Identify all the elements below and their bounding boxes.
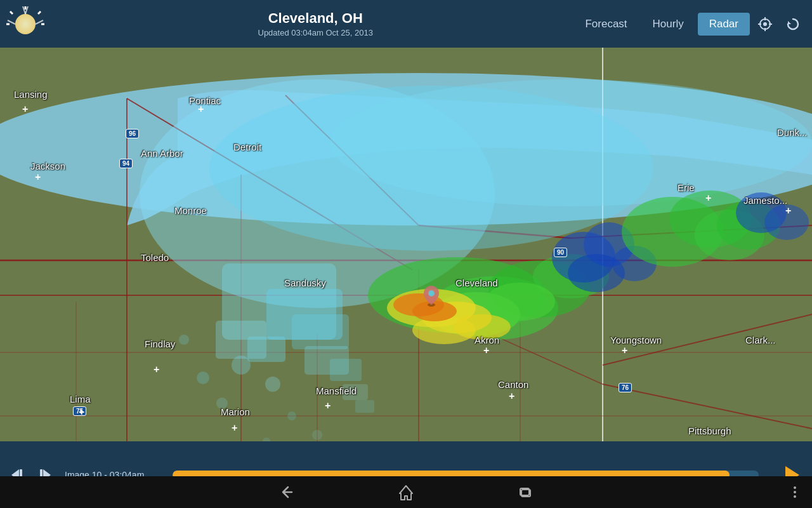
refresh-button[interactable] — [780, 11, 806, 37]
svg-line-36 — [603, 314, 812, 365]
interstate-90: 90 — [554, 248, 567, 257]
cross-marion: + — [232, 422, 237, 434]
svg-point-54 — [287, 411, 296, 420]
android-navigation-bar — [0, 476, 812, 508]
svg-line-29 — [603, 384, 812, 429]
last-updated: Updated 03:04am Oct 25, 2013 — [57, 28, 573, 37]
cross-canton: + — [509, 391, 514, 402]
svg-point-5 — [15, 14, 36, 34]
svg-line-3 — [10, 11, 13, 14]
svg-point-11 — [763, 22, 767, 26]
svg-point-50 — [197, 371, 209, 384]
cross-lima: + — [79, 406, 84, 418]
weather-logo-icon — [6, 6, 44, 41]
svg-rect-47 — [343, 384, 368, 400]
svg-rect-44 — [292, 314, 349, 349]
svg-point-90 — [794, 491, 796, 493]
cross-mansfield: + — [325, 400, 331, 411]
refresh-icon — [786, 17, 800, 31]
svg-point-66 — [454, 314, 511, 340]
cross-jackson: + — [35, 171, 41, 183]
cross-erie: + — [705, 192, 711, 204]
more-options-button[interactable] — [788, 485, 802, 499]
svg-point-51 — [265, 377, 280, 392]
svg-line-1 — [38, 11, 41, 14]
city-name: Cleveland, OH — [57, 10, 573, 27]
svg-point-39 — [330, 79, 812, 206]
cross-akron: + — [483, 345, 489, 356]
interstate-96: 96 — [126, 129, 139, 138]
radar-tab[interactable]: Radar — [698, 13, 750, 36]
cross-findlay: + — [154, 364, 159, 375]
top-bar: Cleveland, OH Updated 03:04am Oct 25, 20… — [0, 0, 812, 48]
interstate-76: 76 — [619, 383, 632, 392]
cross-pontiac: + — [198, 104, 204, 115]
map-background: Lansing Pontiac Detroit Ann Arbor Jackso… — [0, 48, 812, 441]
svg-rect-46 — [330, 359, 362, 381]
map-overlay-svg — [0, 48, 812, 441]
svg-point-52 — [179, 335, 189, 345]
app-logo — [6, 6, 57, 41]
cross-jamestown: + — [785, 205, 791, 217]
location-button[interactable] — [752, 11, 778, 37]
home-icon — [397, 483, 415, 501]
svg-point-62 — [485, 283, 555, 321]
cross-lansing: + — [22, 104, 28, 115]
location-title: Cleveland, OH Updated 03:04am Oct 25, 20… — [57, 10, 573, 37]
svg-point-49 — [232, 356, 251, 375]
svg-point-81 — [429, 291, 433, 295]
svg-point-55 — [312, 430, 322, 440]
svg-marker-16 — [788, 21, 791, 24]
radar-map[interactable]: Lansing Pontiac Detroit Ann Arbor Jackso… — [0, 48, 812, 441]
forecast-tab[interactable]: Forecast — [573, 13, 638, 36]
back-button[interactable] — [278, 483, 296, 501]
navigation-tabs: Forecast Hourly Radar — [573, 11, 806, 37]
svg-point-89 — [794, 486, 796, 489]
home-button[interactable] — [397, 483, 415, 501]
cross-youngstown: + — [622, 345, 627, 356]
interstate-94: 94 — [119, 159, 133, 168]
svg-rect-48 — [355, 400, 374, 413]
svg-point-53 — [216, 398, 228, 409]
recents-button[interactable] — [516, 483, 534, 501]
location-icon — [758, 17, 772, 31]
more-options-icon — [788, 485, 802, 499]
back-icon — [278, 483, 296, 501]
hourly-tab[interactable]: Hourly — [641, 13, 695, 36]
recents-icon — [516, 483, 534, 501]
svg-point-91 — [794, 495, 796, 498]
svg-rect-43 — [247, 337, 285, 362]
